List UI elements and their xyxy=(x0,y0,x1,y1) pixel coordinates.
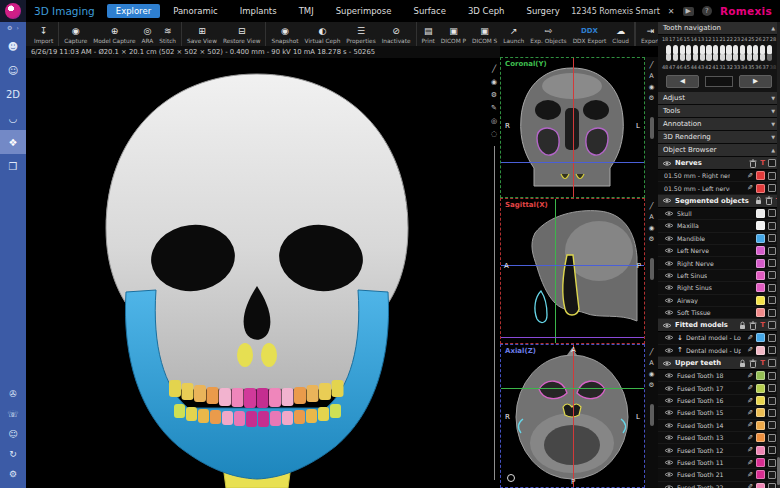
color-swatch[interactable] xyxy=(756,371,765,380)
object-row[interactable]: Airway ✎ xyxy=(658,295,780,307)
eye-icon[interactable] xyxy=(664,272,674,279)
support-icon[interactable]: ☏ xyxy=(0,404,26,424)
color-swatch[interactable] xyxy=(756,433,765,442)
tools-icon[interactable]: ⚙ xyxy=(649,93,655,104)
color-swatch[interactable] xyxy=(756,171,765,180)
object-group-row[interactable]: Nerves T xyxy=(658,157,780,170)
color-swatch[interactable] xyxy=(756,446,765,455)
axial-plane-line[interactable] xyxy=(501,162,644,163)
object-row[interactable]: Fused Tooth 18 ✎ xyxy=(658,370,780,382)
module-tab[interactable]: Surface xyxy=(404,4,454,18)
export-objects-button[interactable]: ⇨ Exp. Objects xyxy=(527,22,569,46)
eye-icon[interactable] xyxy=(664,471,674,478)
patients-icon[interactable]: ☻ xyxy=(0,34,26,58)
eye-icon[interactable] xyxy=(662,322,672,329)
draw-icon[interactable]: ✎ xyxy=(747,434,753,442)
color-swatch[interactable] xyxy=(756,384,765,393)
draw-icon[interactable]: ✎ xyxy=(747,172,753,180)
text-tag-icon[interactable]: T xyxy=(760,321,765,329)
video-icon[interactable]: ▶ xyxy=(683,7,694,16)
text-tag-icon[interactable]: T xyxy=(760,359,765,367)
tooth-icon[interactable] xyxy=(713,45,718,54)
visibility-checkbox[interactable] xyxy=(768,334,776,342)
inactivate-button[interactable]: ⊘ Inactivate xyxy=(379,22,414,46)
visibility-checkbox[interactable] xyxy=(768,271,776,279)
object-row[interactable]: Soft Tissue ✎ xyxy=(658,307,780,319)
lock-icon[interactable] xyxy=(755,196,762,205)
tooth-icon[interactable] xyxy=(733,54,738,61)
visibility-checkbox[interactable] xyxy=(768,259,776,267)
panel-section-header[interactable]: Tools ▼ xyxy=(658,105,780,118)
tooth-icon[interactable] xyxy=(753,45,758,54)
color-swatch[interactable] xyxy=(756,458,765,467)
object-group-row[interactable]: Upper teeth T xyxy=(658,357,780,370)
tooth-icon[interactable] xyxy=(666,45,671,54)
tools-icon[interactable]: ⚙ xyxy=(649,380,655,391)
visibility-checkbox[interactable] xyxy=(768,384,776,392)
eye-icon[interactable] xyxy=(664,309,674,316)
draw-icon[interactable]: ✎ xyxy=(747,184,753,192)
tooth-icon[interactable] xyxy=(700,54,705,61)
tooth-icon[interactable] xyxy=(726,54,731,61)
object-row[interactable]: Fused Tooth 17 ✎ xyxy=(658,382,780,394)
eye-icon[interactable] xyxy=(664,397,674,404)
tools-icon[interactable]: ⚙ xyxy=(491,89,497,102)
module-tab[interactable]: 3D Ceph xyxy=(459,4,514,18)
module-tab[interactable]: Surgery xyxy=(517,4,568,18)
eye-icon[interactable] xyxy=(664,284,674,291)
pan-handle-icon[interactable] xyxy=(507,474,515,482)
object-row[interactable]: Left Nerve ✎ xyxy=(658,245,780,257)
color-swatch[interactable] xyxy=(756,396,765,405)
trash-icon[interactable] xyxy=(749,359,757,368)
user-icon[interactable]: ☺ xyxy=(0,424,26,444)
tooth-navigation-header[interactable]: Tooth navigation ▲ xyxy=(658,22,780,35)
tooth-icon[interactable] xyxy=(753,54,758,61)
measure-icon[interactable]: ╱ xyxy=(492,63,496,76)
help-icon[interactable]: ? xyxy=(702,6,712,16)
properties-button[interactable]: ☰ Properties xyxy=(343,22,378,46)
color-swatch[interactable] xyxy=(756,184,765,193)
object-group-row[interactable]: Fitted models T xyxy=(658,319,780,332)
visibility-checkbox[interactable] xyxy=(768,284,776,292)
color-swatch[interactable] xyxy=(756,209,765,218)
save-view-button[interactable]: ⊞ Save View xyxy=(184,22,220,46)
close-patient-icon[interactable]: ✕ xyxy=(668,7,675,16)
draw-icon[interactable]: ✎ xyxy=(747,346,753,354)
sidebar-expand-icon[interactable]: › xyxy=(16,24,18,31)
group-checkbox[interactable] xyxy=(768,321,776,329)
color-swatch[interactable] xyxy=(756,333,765,342)
axial-scrollbar[interactable] xyxy=(650,404,654,426)
module-tab[interactable]: TMJ xyxy=(290,4,323,18)
visibility-checkbox[interactable] xyxy=(768,247,776,255)
camera-icon[interactable]: ◉ xyxy=(491,76,497,89)
eye-icon[interactable] xyxy=(664,459,674,466)
measure-icon[interactable]: ╱ xyxy=(650,60,654,71)
3d-render-view[interactable] xyxy=(26,58,488,488)
cloud-button[interactable]: ☁ Cloud xyxy=(609,22,632,46)
object-row[interactable]: Skull ✎ xyxy=(658,208,780,220)
visibility-checkbox[interactable] xyxy=(768,234,776,242)
eye-icon[interactable] xyxy=(664,247,674,254)
tooth-icon[interactable] xyxy=(686,54,691,61)
patient-icon[interactable]: ☺ xyxy=(0,58,26,82)
object-row[interactable]: Right Nerve ✎ xyxy=(658,257,780,269)
eye-icon[interactable] xyxy=(664,372,674,379)
color-swatch[interactable] xyxy=(756,470,765,479)
tooth-icon[interactable] xyxy=(673,54,678,61)
module-2d-icon[interactable]: 2D xyxy=(0,82,26,106)
object-row[interactable]: 01.50 mm - Right nerve ✎ xyxy=(658,170,780,182)
color-swatch[interactable] xyxy=(756,346,765,355)
tooth-icon[interactable] xyxy=(706,54,711,61)
text-icon[interactable]: A xyxy=(649,358,653,369)
eye-icon[interactable] xyxy=(664,484,674,488)
color-swatch[interactable] xyxy=(756,221,765,230)
lock-icon[interactable] xyxy=(739,321,746,330)
color-swatch[interactable] xyxy=(756,234,765,243)
module-tab[interactable]: Implants xyxy=(231,4,286,18)
dicom-send-button[interactable]: ▣ DICOM S xyxy=(469,22,500,46)
tooth-icon[interactable] xyxy=(693,45,698,54)
tooth-icon[interactable] xyxy=(673,45,678,54)
eye-icon[interactable] xyxy=(664,210,674,217)
draw-icon[interactable]: ✎ xyxy=(747,471,753,479)
user-settings-icon[interactable]: ⚙ xyxy=(0,464,26,484)
